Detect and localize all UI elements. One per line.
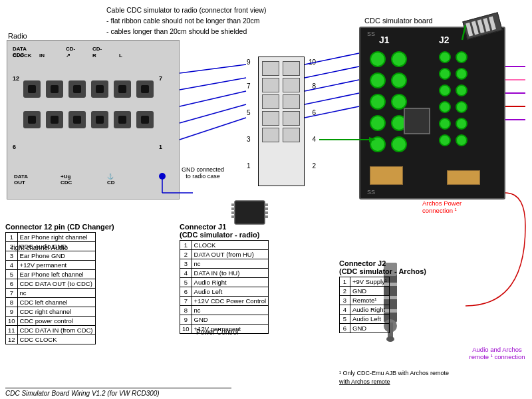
bottom-title: CDC Simulator Board Wiring V1.2 (for VW … (5, 388, 231, 397)
pin-cell (46, 111, 63, 128)
pin-cell (114, 111, 131, 128)
cdc-board-label: CDC simulator board (364, 17, 433, 25)
conn-12pin-data: 1Ear Phone right channel2CDC Audio GND3E… (5, 232, 96, 344)
table-row: 10+12V permanent (180, 325, 269, 334)
label-r: R (92, 53, 119, 59)
j2-pin (456, 101, 467, 113)
svg-rect-4 (231, 215, 235, 218)
annotation-line1: Cable CDC simulator to radio (connector … (106, 5, 266, 16)
board-connector-right (447, 170, 480, 185)
table-row: 4Audio Right (340, 305, 390, 315)
j2-pin (456, 134, 467, 146)
table-row: 3Remote¹ (340, 296, 390, 305)
j1-pin (391, 51, 407, 67)
only-cdc-underline: with Archos remote (339, 378, 472, 386)
table-row: 2DATA OUT (from HU) (180, 250, 269, 259)
svg-rect-6 (265, 207, 268, 210)
archos-power-label: Archos Power connection ¹ (422, 200, 489, 214)
svg-rect-0 (235, 201, 265, 224)
connector-12pin-table: Connector 12 pin (CD Changer) 1Ear Phone… (5, 223, 172, 344)
archos-audio-label: Audio and Archos remote ¹ connection (466, 346, 529, 360)
conn-j1-subtitle: (CDC simulator - radio) (180, 231, 319, 239)
table-row: 1Ear Phone right channel (6, 233, 96, 242)
svg-point-13 (386, 336, 394, 342)
table-row: 9CDC right channel (6, 307, 96, 317)
label-plus-ug: +UgCDC (61, 174, 107, 186)
svg-line-20 (180, 104, 246, 123)
j1-label: J1 (379, 35, 390, 45)
table-row: 5Ear Phone left channel (6, 270, 96, 279)
svg-rect-1 (231, 203, 235, 206)
svg-rect-2 (231, 207, 235, 210)
label-icon1: ↗ (66, 53, 92, 59)
top-annotation: Cable CDC simulator to radio (connector … (106, 5, 266, 37)
svg-rect-7 (265, 211, 268, 214)
j1-pin (370, 72, 386, 88)
pin-cell (23, 80, 41, 98)
svg-line-21 (180, 118, 246, 140)
table-row: 8nc (180, 306, 269, 315)
gnd-line2: to radio case (176, 173, 229, 180)
conn-j2-subtitle: (CDC simulator - Archos) (339, 267, 472, 275)
pin-cell (68, 111, 86, 128)
pin-cell (23, 111, 41, 128)
j2-pin (456, 51, 467, 63)
table-row: 7nc (6, 289, 96, 298)
conn-j2-data: 1+9V Supply¹2GND3Remote¹4Audio Right5Aud… (339, 277, 390, 333)
j2-pin (456, 84, 467, 96)
table-row: 6Audio Left (180, 287, 269, 297)
table-row: 4DATA IN (to HU) (180, 269, 269, 278)
gnd-line1: GND connected (176, 166, 229, 173)
j2-label: J2 (439, 35, 450, 45)
table-row: 6GND (340, 324, 390, 333)
j2-pin (456, 118, 467, 130)
table-row: 1CLOCK (180, 241, 269, 250)
svg-line-23 (305, 66, 359, 78)
svg-line-25 (305, 93, 359, 104)
board-ic (404, 108, 430, 134)
table-row: 10CDC power control (6, 317, 96, 326)
svg-line-17 (180, 65, 246, 73)
table-row: 9GND (180, 315, 269, 325)
conn-j1-title: Connector J1 (180, 223, 319, 231)
table-row: 5Audio Left (340, 315, 390, 324)
j1-pin (370, 136, 386, 152)
j2-pin (439, 134, 451, 146)
svg-rect-5 (265, 203, 268, 206)
j2-pin (439, 68, 451, 80)
gnd-text: GND connected to radio case (176, 166, 229, 180)
svg-rect-3 (231, 211, 235, 214)
j1-pin (370, 94, 386, 110)
table-row: 5Audio Right (180, 278, 269, 287)
annotation-line3: - cables longer than 20cm should be shie… (106, 27, 266, 37)
table-row: 8CDC left channel (6, 298, 96, 307)
table-row: 3nc (180, 259, 269, 269)
table-row: 3Ear Phone GND (6, 251, 96, 261)
ss-bottom-label: SS (367, 189, 375, 196)
conn-12pin-title: Connector 12 pin (CD Changer) (5, 223, 172, 231)
j1-pin (370, 51, 386, 67)
table-row: 6CDC DATA OUT (to CDC) (6, 279, 96, 289)
board-connector-left (370, 166, 403, 185)
connector-j1-table: Connector J1 (CDC simulator - radio) 1CL… (180, 223, 319, 334)
only-cdc-text: ¹ Only CDC-Emu AJB with Archos remote (339, 369, 472, 378)
j1-pin (370, 115, 386, 131)
cdc-board: SS SS J1 J2 (359, 27, 505, 200)
j1-pin (391, 72, 407, 88)
j2-pin (439, 51, 451, 63)
table-row: 12CDC CLOCK (6, 335, 96, 344)
j2-pin (439, 84, 451, 96)
label-in: IN (39, 53, 66, 59)
main-container: Cable CDC simulator to radio (connector … (0, 0, 532, 399)
connector-j2-table: Connector J2 (CDC simulator - Archos) 1+… (339, 259, 472, 333)
pin-cell (114, 80, 131, 98)
table-row: 1+9V Supply¹ (340, 277, 390, 287)
conn-j1-data: 1CLOCK2DATA OUT (from HU)3nc4DATA IN (to… (180, 240, 269, 334)
svg-line-19 (180, 91, 246, 106)
table-row: 11CDC DATA IN (from CDC) (6, 326, 96, 335)
j1-pins (370, 51, 410, 155)
j2-pins (439, 51, 470, 149)
pin-cell (91, 80, 108, 98)
pin-cell (136, 80, 154, 98)
pin-cell (68, 80, 86, 98)
